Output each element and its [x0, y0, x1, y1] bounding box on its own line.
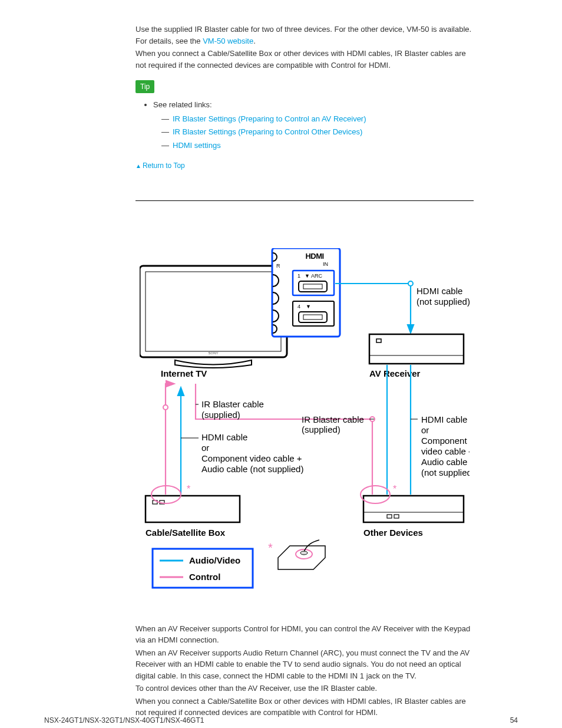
svg-text:IR Blaster cable: IR Blaster cable: [302, 414, 364, 424]
svg-rect-19: [376, 339, 381, 342]
svg-text:(supplied): (supplied): [201, 410, 240, 420]
svg-text:HDMI cable: HDMI cable: [416, 286, 462, 296]
svg-text:(supplied): (supplied): [302, 424, 340, 434]
svg-text:or: or: [201, 443, 209, 453]
svg-text:SONY: SONY: [208, 351, 218, 355]
return-top-link[interactable]: Return to Top: [143, 162, 185, 170]
svg-text:Audio cable: Audio cable: [421, 457, 467, 467]
svg-point-17: [408, 281, 413, 286]
svg-rect-11: [303, 284, 322, 289]
svg-text:*: *: [268, 541, 273, 554]
svg-text:video cable +: video cable +: [421, 446, 470, 456]
intro-paragraph-2: When you connect a Cable/Satellite Box o…: [135, 48, 474, 71]
svg-rect-51: [387, 515, 392, 518]
tip-list: See related links: IR Blaster Settings (…: [135, 99, 474, 151]
svg-text:AV Receiver: AV Receiver: [369, 368, 421, 378]
body2-paragraph-1: When an AV Receiver supports Control for…: [135, 623, 474, 646]
svg-rect-16: [303, 315, 322, 319]
svg-text:HDMI: HDMI: [305, 252, 323, 261]
svg-text:Other Devices: Other Devices: [363, 528, 423, 538]
tip-bullet-label: See related links:: [153, 100, 212, 109]
vm50-link[interactable]: VM-50 website: [203, 37, 253, 45]
svg-text:Audio cable (not supplied): Audio cable (not supplied): [201, 464, 303, 474]
page-footer: NSX-24GT1/NSX-32GT1/NSX-40GT1/NSX-46GT1 …: [44, 715, 518, 726]
svg-text:IR Blaster cable: IR Blaster cable: [201, 399, 264, 409]
svg-text:4: 4: [297, 304, 300, 309]
svg-text:Cable/Satellite Box: Cable/Satellite Box: [146, 528, 226, 538]
footer-page-number: 54: [510, 715, 518, 726]
svg-text:Internet TV: Internet TV: [161, 368, 207, 378]
tip-links-list: IR Blaster Settings (Preparing to Contro…: [153, 113, 474, 151]
svg-text:HDMI cable: HDMI cable: [201, 432, 247, 442]
intro-paragraph-1: Use the supplied IR Blaster cable for tw…: [135, 24, 474, 47]
list-item: HDMI settings: [161, 140, 474, 151]
svg-point-67: [300, 551, 308, 555]
svg-rect-45: [146, 496, 240, 522]
footer-models: NSX-24GT1/NSX-32GT1/NSX-40GT1/NSX-46GT1: [44, 715, 204, 726]
return-to-top[interactable]: ▲Return to Top: [135, 160, 474, 171]
tip-badge: Tip: [135, 80, 154, 93]
svg-rect-18: [369, 334, 464, 364]
tip-link-2[interactable]: IR Blaster Settings (Preparing to Contro…: [173, 127, 362, 136]
triangle-up-icon: ▲: [135, 163, 141, 169]
svg-text:▼: ▼: [306, 304, 311, 309]
svg-text:R: R: [276, 263, 280, 269]
svg-text:Component: Component: [421, 436, 467, 446]
svg-text:*: *: [187, 484, 190, 494]
list-item: IR Blaster Settings (Preparing to Contro…: [161, 113, 474, 125]
svg-text:▼ ARC: ▼ ARC: [305, 273, 322, 279]
diagram-svg: SONY R HDMI IN 1 ▼ ARC 4 ▼: [140, 248, 470, 602]
svg-text:(not supplied): (not supplied): [421, 467, 470, 477]
body2-paragraph-3: To control devices other than the AV Rec…: [135, 683, 474, 694]
section-divider: [135, 200, 474, 201]
svg-text:or: or: [421, 425, 429, 435]
svg-rect-58: [153, 549, 253, 588]
intro-text-1a: Use the supplied IR Blaster cable for tw…: [135, 25, 471, 45]
svg-text:HDMI cable: HDMI cable: [421, 414, 467, 424]
tip-link-3[interactable]: HDMI settings: [173, 141, 221, 150]
body2-paragraph-2: When an AV Receiver supports Audio Retur…: [135, 647, 474, 682]
svg-text:Component video cable +: Component video cable +: [201, 453, 302, 463]
svg-text:*: *: [393, 484, 396, 494]
svg-text:1: 1: [297, 273, 300, 279]
svg-text:Control: Control: [189, 572, 220, 582]
list-item: IR Blaster Settings (Preparing to Contro…: [161, 126, 474, 138]
connection-diagram: SONY R HDMI IN 1 ▼ ARC 4 ▼: [140, 248, 470, 605]
svg-text:Audio/Video: Audio/Video: [189, 555, 240, 565]
svg-rect-50: [363, 496, 464, 522]
intro-text-1b: .: [253, 37, 256, 45]
svg-rect-1: [146, 272, 281, 351]
tip-link-1[interactable]: IR Blaster Settings (Preparing to Contro…: [173, 114, 366, 123]
svg-text:IN: IN: [323, 261, 328, 267]
svg-point-25: [163, 405, 168, 410]
svg-rect-52: [394, 515, 399, 518]
tip-bullet: See related links: IR Blaster Settings (…: [153, 99, 474, 151]
svg-text:(not supplied): (not supplied): [416, 297, 470, 307]
